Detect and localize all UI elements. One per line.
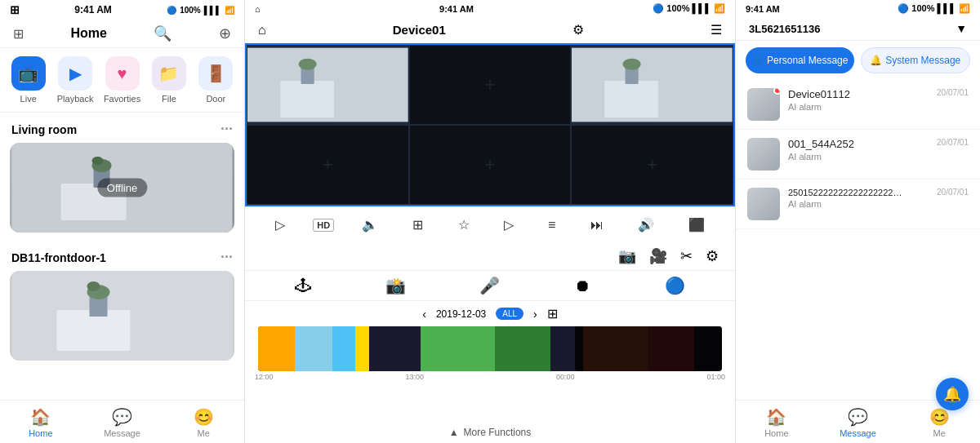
feed-2-svg [572, 46, 733, 124]
video-cell-4[interactable]: + [409, 125, 572, 205]
home-nav-icon[interactable]: ⌂ [258, 23, 266, 38]
hd-btn[interactable]: HD [313, 219, 334, 232]
msg-nav-title: 3L5621651136 [749, 23, 820, 35]
timeline-all-btn[interactable]: ALL [496, 308, 523, 320]
back-icon[interactable]: ⌂ [255, 4, 261, 14]
panel-messages: 9:41 AM 🔵 100% ▌▌▌ 📶 3L5621651136 ▼ 👤 Pe… [735, 0, 980, 443]
msg-tab-home[interactable]: 🏠 Home [736, 401, 817, 443]
timeline-prev[interactable]: ‹ [422, 308, 426, 321]
timeline-bar[interactable]: ✕ [258, 326, 722, 371]
wifi-home: 📶 [225, 6, 234, 15]
living-room-menu[interactable]: ··· [220, 121, 233, 138]
snapshot-icon[interactable]: 📸 [385, 276, 406, 295]
msg-subtitle-0: AI alarm [788, 102, 929, 112]
msg-content-0: Device01112 AI alarm [788, 88, 929, 112]
video-cell-0[interactable] [247, 45, 409, 125]
time-home: 9:41 AM [74, 4, 112, 16]
list-item[interactable]: 25015222222222222222222 AI alarm 20/07/0… [736, 179, 980, 229]
fisheye-icon[interactable]: 🔵 [665, 276, 685, 295]
device-nav: ⌂ Device01 ⚙ ☰ [245, 17, 735, 43]
camera-snap-icon[interactable]: 📷 [618, 247, 636, 265]
skip-btn[interactable]: ⏭ [584, 215, 610, 236]
msg-tab-me[interactable]: 😊 Me [898, 401, 980, 443]
home-tab-label: Home [29, 428, 52, 438]
timeline-seg-4 [421, 326, 495, 371]
video-record-icon[interactable]: 🎥 [649, 247, 667, 265]
volume-btn[interactable]: 🔈 [355, 214, 385, 236]
dark-popup: ✕ [575, 326, 722, 371]
more-functions-btn[interactable]: ▲ More Functions [245, 422, 735, 443]
tab-home[interactable]: 🏠 Home [0, 401, 82, 443]
status-bar-home: ⊞ 9:41 AM 🔵 100% ▌▌▌ 📶 [0, 0, 244, 20]
system-label: System Message [885, 55, 960, 66]
home-tab-icon: 🏠 [30, 407, 51, 427]
mic-icon[interactable]: 🎤 [479, 276, 500, 295]
list-item[interactable]: Device01112 AI alarm 20/07/01 [736, 80, 980, 130]
tab-system-message[interactable]: 🔔 System Message [861, 47, 971, 73]
section-db11: DB11-frontdoor-1 ··· [0, 241, 244, 271]
db11-card[interactable] [10, 271, 234, 361]
tab-message[interactable]: 💬 Message [82, 401, 163, 443]
tab-me[interactable]: 😊 Me [163, 401, 244, 443]
vol2-btn[interactable]: 🔊 [631, 214, 661, 236]
search-icon[interactable]: 🔍 [154, 24, 172, 42]
video2-icon[interactable]: ⏺ [574, 277, 590, 295]
msg-tab-message[interactable]: 💬 Message [817, 401, 899, 443]
timeline-labels: 12:00 13:00 00:00 01:00 [252, 371, 728, 383]
status-bar-device: ⌂ 9:41 AM 🔵 100% ▌▌▌ 📶 [245, 0, 735, 17]
timeline-section: ‹ 2019-12-03 ALL › ⊞ ✕ [245, 301, 735, 443]
cut-icon[interactable]: ✂ [680, 247, 693, 265]
timeline-next[interactable]: › [533, 308, 537, 321]
add-feed-4: + [485, 154, 496, 175]
filter-icon[interactable]: ▼ [956, 22, 967, 35]
offline-badge: Offline [97, 179, 147, 197]
settings-icon[interactable]: ⚙ [572, 22, 584, 38]
video-cell-1[interactable]: + [409, 45, 572, 125]
door-icon: 🚪 [198, 56, 233, 91]
qa-playback-label: Playback [57, 94, 94, 104]
video-cell-3[interactable]: + [247, 125, 409, 205]
tab-personal-message[interactable]: 👤 Personal Message [746, 47, 854, 73]
add-feed-1: + [485, 74, 496, 95]
qa-live[interactable]: 📺 Live [7, 56, 50, 104]
qa-file[interactable]: 📁 File [147, 56, 190, 104]
video-cell-5[interactable]: + [571, 125, 733, 205]
me-tab-icon: 😊 [194, 407, 214, 427]
db11-menu[interactable]: ··· [220, 249, 233, 266]
play2-btn[interactable]: ▷ [497, 214, 520, 236]
bottom-icons-row: 🕹 📸 🎤 ⏺ 🔵 [245, 271, 735, 301]
msg-thumb-1 [747, 138, 780, 171]
home-bottom-tabs: 🏠 Home 💬 Message 😊 Me [0, 400, 244, 443]
notification-fab[interactable]: 🔔 [936, 378, 969, 410]
add-icon[interactable]: ⊕ [219, 24, 231, 42]
pip-btn[interactable]: ⬛ [682, 214, 711, 236]
video-cell-2[interactable] [571, 45, 733, 125]
living-room-card[interactable]: Offline [10, 143, 234, 233]
panel-home: ⊞ 9:41 AM 🔵 100% ▌▌▌ 📶 ⊞ Home 🔍 ⊕ 📺 Live… [0, 0, 245, 443]
msg-home-label: Home [764, 428, 788, 438]
qa-door[interactable]: 🚪 Door [194, 56, 238, 104]
video-grid: + + + + [245, 43, 735, 206]
db11-preview-svg [10, 271, 234, 361]
favorties-icon: ♥ [105, 56, 140, 91]
settings2-icon[interactable]: ⚙ [706, 247, 719, 265]
play-btn[interactable]: ▷ [269, 214, 292, 236]
joystick-icon[interactable]: 🕹 [295, 277, 311, 295]
timeline-seg-3 [355, 326, 369, 371]
bell-icon: 🔔 [870, 55, 882, 66]
star-btn[interactable]: ☆ [452, 214, 476, 236]
list-item[interactable]: 001_544A252 AI alarm 20/07/01 [736, 130, 980, 179]
menu-icon[interactable]: ☰ [710, 22, 722, 38]
msg-me-icon: 😊 [929, 407, 950, 427]
qa-playback[interactable]: ▶ Playback [53, 56, 96, 104]
qa-favorties[interactable]: ♥ Favorties [100, 56, 144, 104]
chevron-up-icon: ▲ [449, 427, 459, 438]
person-icon: 👤 [751, 55, 764, 66]
layout4-btn[interactable]: ⊞ [406, 214, 430, 236]
grid-nav-icon[interactable]: ⊞ [13, 26, 24, 42]
timeline-grid-icon[interactable]: ⊞ [547, 306, 558, 321]
device-title: Device01 [393, 23, 446, 37]
live-icon: 📺 [11, 56, 46, 91]
list-btn[interactable]: ≡ [541, 215, 562, 236]
living-room-title: Living room [11, 123, 77, 136]
